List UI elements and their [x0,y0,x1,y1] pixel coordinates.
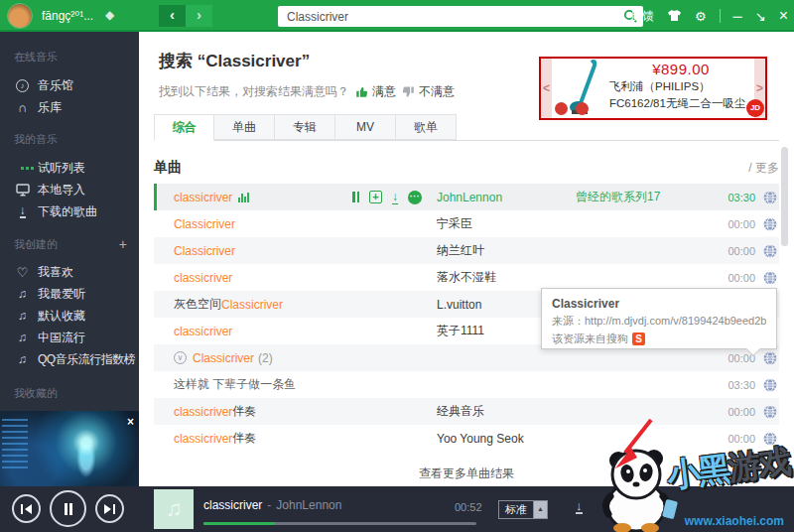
elapsed-time: 00:52 [455,501,482,513]
sidebar-section-online: 在线音乐 [0,50,139,65]
add-to-playlist-icon[interactable]: + [369,191,382,203]
scrollbar-thumb[interactable] [781,147,788,246]
source-globe-icon[interactable] [755,378,779,392]
song-row[interactable]: Classicriver 宁采臣 00:00 [154,210,779,237]
quality-selector[interactable]: 标准 ▲ [498,500,548,519]
source-globe-icon[interactable] [755,271,779,285]
more-actions-icon[interactable]: ··· [408,191,422,204]
main-content: 搜索 “Classicriver” 找到以下结果，对搜索结果满意吗？ 满意 不满… [139,32,794,486]
section-title: 单曲 [154,159,182,177]
feedback-link[interactable]: 反馈 [630,8,654,25]
unsatisfied-button[interactable]: 不满意 [402,83,455,100]
song-duration: 03:30 [714,192,755,203]
song-row[interactable]: classicriver伴奏 经典音乐 00:00 [154,398,779,425]
equalizer-icon [238,193,249,202]
songs-section-header: 单曲 / 更多 [154,159,779,177]
tab-albums[interactable]: 专辑 [275,114,335,140]
sidebar-item-china-pop[interactable]: ♫中国流行 [0,327,139,348]
skin-icon[interactable] [667,9,682,24]
progress-bar[interactable] [203,522,476,525]
sidebar-item-local-import[interactable]: 本地导入 [0,179,139,200]
song-row[interactable]: classicriver伴奏 Yoo Young Seok 00:00 [154,425,779,452]
song-row[interactable]: classicriver 落水不湿鞋 00:00 [154,264,779,291]
source-globe-icon[interactable] [755,432,779,446]
close-button[interactable]: × [779,8,788,24]
source-globe-icon[interactable] [755,191,779,204]
sidebar-item-music-hall[interactable]: ♪音乐馆 [0,74,139,96]
vip-diamond-icon: ◆ [105,8,114,22]
source-globe-icon[interactable] [755,405,779,419]
sidebar-item-listen-list[interactable]: 试听列表 [0,157,139,179]
album-art[interactable]: ♫ [154,489,194,529]
tab-singles[interactable]: 单曲 [214,114,275,140]
download-current-icon[interactable]: ↓ [576,498,583,514]
search-result-header: 搜索 “Classicriver” 找到以下结果，对搜索结果满意吗？ 满意 不满… [159,50,455,100]
tab-playlists[interactable]: 歌单 [396,114,457,140]
satisfied-button[interactable]: 满意 [355,83,396,100]
video-ad-thumbnail[interactable]: × [0,411,139,486]
add-playlist-button[interactable]: + [119,236,127,252]
song-album[interactable]: 曾经的歌系列17 [576,189,714,205]
minimize-button[interactable]: ─ [733,10,742,23]
ad-brand: 飞利浦（PHILIPS） [609,79,752,94]
sidebar-section-my-music: 我的音乐 [0,132,139,147]
sidebar-item-library[interactable]: ∩乐库 [0,96,139,118]
thumb-up-icon [355,85,368,98]
player-bar: ♫ classicriver-JohnLennon 00:52 标准 ▲ ↓ [0,486,794,532]
song-artist[interactable]: JohnLennon [437,191,576,204]
expand-chevron-icon[interactable]: ∨ [174,351,187,364]
source-globe-icon[interactable] [755,217,779,231]
headphones-icon: ∩ [14,100,31,115]
volume-speaker-icon[interactable] [640,502,654,517]
now-playing-label: classicriver-JohnLennon [203,498,341,512]
source-globe-icon[interactable] [755,351,779,365]
song-row-playing[interactable]: classicriver + ↓ ··· JohnLennon 曾经的歌系列17… [154,184,779,210]
music-hall-icon: ♪ [14,79,31,92]
tab-overall[interactable]: 综合 [154,114,214,141]
music-note-icon: ♫ [14,309,31,323]
song-row-sub[interactable]: 这样就 下辈子做一条鱼 03:30 [154,371,779,398]
user-avatar[interactable] [7,3,33,29]
sidebar-item-i-like[interactable]: ♡我喜欢 [0,261,139,283]
sidebar-item-qq-chart[interactable]: ♫QQ音乐流行指数榜 [0,348,139,370]
forward-button[interactable]: › [186,5,212,27]
music-note-icon: ♫ [14,331,31,344]
tooltip-source-url: 来源：http://m.djvdj.com/v/8199424b9eed2be.… [552,314,766,329]
more-link[interactable]: / 更多 [748,160,779,177]
close-icon[interactable]: × [127,415,134,429]
ad-prev-arrow[interactable]: < [541,59,552,118]
settings-gear-icon[interactable]: ⚙ [695,10,707,23]
ad-price: ¥899.00 [609,61,752,77]
view-more-link[interactable]: 查看更多单曲结果 [139,466,794,482]
tab-mv[interactable]: MV [335,114,396,140]
divider [720,9,721,23]
mini-mode-button[interactable]: ↘ [755,10,766,23]
sidebar: 在线音乐 ♪音乐馆 ∩乐库 我的音乐 试听列表 本地导入 ↓下载的歌曲 我创建的… [0,32,139,486]
music-note-icon: ♫ [14,352,31,366]
ad-product-image [552,59,609,118]
pause-icon[interactable] [352,192,359,202]
sidebar-item-downloaded[interactable]: ↓下载的歌曲 [0,200,139,222]
tooltip-origin-label: 该资源来自搜狗 [552,332,628,346]
sidebar-section-collected: 我收藏的 [0,386,139,401]
ad-text: ¥899.00 飞利浦（PHILIPS） FC6162/81无绳二合一吸尘 [609,59,754,118]
search-input[interactable] [278,6,643,27]
heart-icon: ♡ [14,265,31,280]
next-button[interactable] [95,494,124,523]
download-song-icon[interactable]: ↓ [392,191,398,204]
source-tooltip: Classicriver 来源：http://m.djvdj.com/v/819… [541,288,777,349]
song-row[interactable]: Classicriver 纳兰红叶 00:00 [154,237,779,264]
progress-fill [203,522,275,525]
sidebar-item-my-favorite[interactable]: ♫我最爱听 [0,283,139,305]
page-title: 搜索 “Classicriver” [159,50,455,72]
pause-button[interactable] [50,490,86,527]
source-globe-icon[interactable] [755,244,779,258]
sidebar-item-default-collect[interactable]: ♫默认收藏 [0,305,139,327]
quality-dropdown-arrow-icon: ▲ [534,500,548,519]
search-box [278,6,643,27]
back-button[interactable]: ‹ [159,5,186,27]
previous-button[interactable] [12,494,41,523]
title-bar: fāngç²⁰¹... ◆ ‹ › 反馈 ⚙ ─ ↘ × [0,0,794,32]
username-label[interactable]: fāngç²⁰¹... [42,9,93,23]
product-ad-banner[interactable]: < ¥899.00 飞利浦（PHILIPS） FC6162/81无绳二合一吸尘 … [539,57,767,120]
